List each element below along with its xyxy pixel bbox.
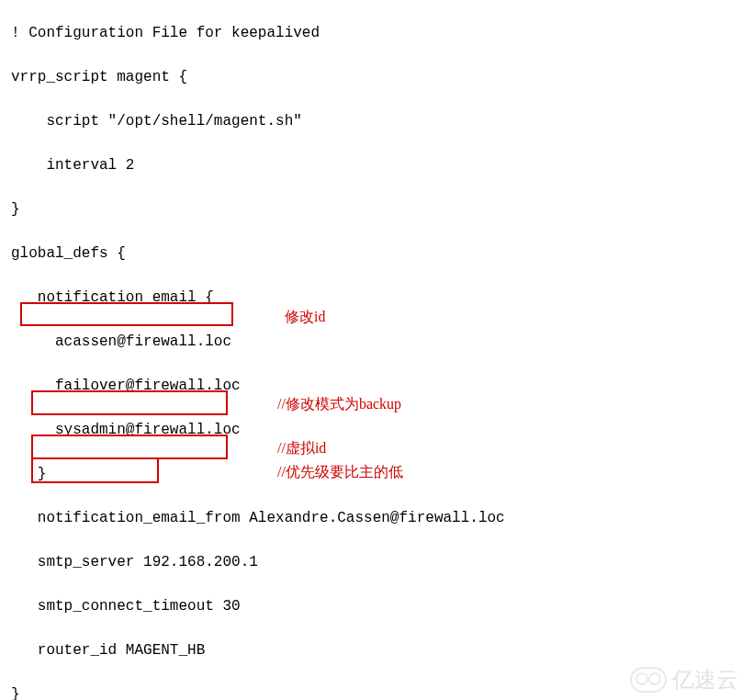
watermark-text: 亿速云 bbox=[672, 669, 738, 691]
code-line: } bbox=[11, 198, 753, 220]
code-line: script "/opt/shell/magent.sh" bbox=[11, 110, 753, 132]
code-line: router_id MAGENT_HB bbox=[11, 639, 753, 661]
watermark-cloud-icon bbox=[630, 667, 667, 693]
code-line: interval 2 bbox=[11, 154, 753, 176]
annotation-virtual-id: //虚拟id bbox=[277, 437, 326, 459]
code-line: notification_email { bbox=[11, 287, 753, 309]
watermark: 亿速云 bbox=[630, 667, 738, 693]
code-line: sysadmin@firewall.loc bbox=[11, 419, 753, 441]
code-line: ! Configuration File for keepalived bbox=[11, 22, 753, 44]
code-line: smtp_connect_timeout 30 bbox=[11, 595, 753, 617]
code-line: smtp_server 192.168.200.1 bbox=[11, 551, 753, 573]
code-line: vrrp_script magent { bbox=[11, 66, 753, 88]
code-line: notification_email_from Alexandre.Cassen… bbox=[11, 507, 753, 529]
annotation-mode-backup: //修改模式为backup bbox=[277, 393, 401, 415]
code-line: global_defs { bbox=[11, 243, 753, 265]
annotation-priority-lower: //优先级要比主的低 bbox=[277, 461, 403, 483]
annotation-modify-id: 修改id bbox=[285, 306, 325, 328]
config-code-block: ! Configuration File for keepalived vrrp… bbox=[0, 0, 753, 700]
code-line: acassen@firewall.loc bbox=[11, 331, 753, 353]
